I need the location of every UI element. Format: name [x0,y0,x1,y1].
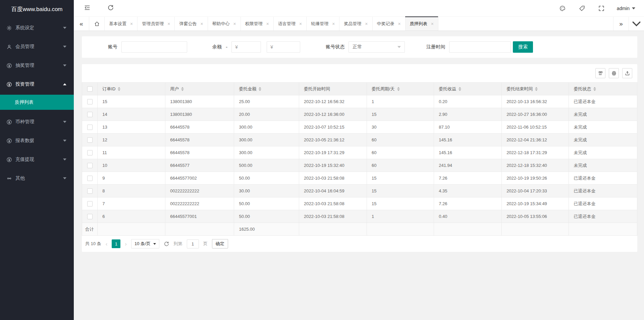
row-checkbox[interactable] [87,201,93,207]
column-header[interactable]: 订单ID [98,83,165,95]
sort-icon[interactable] [397,87,400,91]
close-icon[interactable]: × [332,21,335,27]
home-tab-button[interactable] [89,17,105,31]
table-cell: 12 [98,134,165,146]
next-page-button[interactable]: › [125,241,127,247]
sidebar-item-invest-management[interactable]: 投资管理 [0,75,74,94]
sort-icon[interactable] [181,87,184,91]
print-button[interactable] [609,68,619,78]
tab-popup-notice[interactable]: 弹窗公告× [175,17,208,31]
row-checkbox[interactable] [87,99,93,104]
close-icon[interactable]: × [365,21,368,27]
summary-total-cell: 1625.00 [234,223,299,236]
select-all-checkbox[interactable] [87,86,93,92]
table-cell: 66445578 [165,121,234,134]
sidebar-item-lottery-management[interactable]: 抽奖管理 [0,56,74,75]
row-checkbox[interactable] [87,112,93,117]
close-icon[interactable]: × [266,21,269,27]
tab-basic-settings[interactable]: 基本设置× [105,17,138,31]
chevron-down-icon [63,46,66,48]
summary-empty-cell [569,223,637,236]
row-checkbox[interactable] [87,163,93,168]
sort-icon[interactable] [593,87,596,91]
tab-permission[interactable]: 权限管理× [241,17,274,31]
table-cell: 2022-12-04 21:36:12 [502,134,569,146]
close-icon[interactable]: × [233,21,236,27]
column-header[interactable]: 委托收益 [434,83,502,95]
row-checkbox[interactable] [87,176,93,181]
column-header[interactable]: 委托状态 [569,83,637,95]
column-header[interactable]: 委托周期/天 [367,83,434,95]
close-icon[interactable]: × [299,21,302,27]
page-size-select[interactable]: 10 条/页 [131,239,159,248]
sort-icon[interactable] [535,87,538,91]
row-checkbox[interactable] [87,137,93,143]
collapse-menu-icon[interactable] [84,4,91,11]
page-number-button[interactable]: 1 [112,239,120,248]
account-status-select[interactable]: 正常 [348,41,405,53]
topbar-left [84,4,129,12]
scroll-tabs-right-button[interactable]: » [613,17,629,31]
goto-confirm-button[interactable]: 确定 [212,239,228,248]
scroll-tabs-left-button[interactable]: « [74,17,89,31]
tab-carousel[interactable]: 轮播管理× [307,17,339,31]
tab-pledge-list[interactable]: 质押列表× [406,17,438,31]
column-header[interactable]: 委托结束时间 [502,83,569,95]
sidebar-item-other[interactable]: 其他 [0,169,74,188]
sidebar-item-currency-management[interactable]: 币种管理 [0,112,74,131]
sort-asc-icon [259,87,261,89]
theme-palette-icon[interactable] [559,5,566,12]
user-icon [6,44,12,50]
row-checkbox[interactable] [87,188,93,194]
tab-options-button[interactable] [629,17,644,31]
row-checkbox[interactable] [87,125,93,130]
close-icon[interactable]: × [130,21,133,27]
tab-label: 轮播管理 [311,21,328,27]
refresh-icon[interactable] [107,4,114,11]
close-icon[interactable]: × [200,21,203,27]
balance-max-input[interactable] [267,41,300,53]
page-size-value: 10 条/页 [135,241,151,247]
sort-icon[interactable] [459,87,461,91]
tab-help-center[interactable]: 帮助中心× [208,17,241,31]
tab-admin-management[interactable]: 管理员管理× [138,17,175,31]
close-icon[interactable]: × [167,21,170,27]
table-row: 1266445578300.002022-10-05 21:36:1260145… [82,134,637,146]
table-cell: 15 [367,108,434,121]
search-button[interactable]: 搜索 [513,41,533,53]
user-menu[interactable]: admin [617,6,635,11]
sidebar: 百度www.baidu.com 系统设定会员管理抽奖管理投资管理质押列表币种管理… [0,0,74,320]
fullscreen-icon[interactable] [598,5,605,12]
tab-language[interactable]: 语言管理× [274,17,307,31]
sidebar-item-recharge-withdraw[interactable]: 充值提现 [0,150,74,169]
prev-page-button[interactable]: ‹ [106,241,108,247]
sidebar-item-member-management[interactable]: 会员管理 [0,37,74,56]
table-cell: 50.00 [234,172,299,185]
table-cell: 未完成 [569,159,637,172]
column-header[interactable]: 用户 [165,83,234,95]
tab-winning-records[interactable]: 中奖记录× [373,17,406,31]
sidebar-item-report-data[interactable]: 报表数据 [0,131,74,150]
column-header[interactable]: 委托金额 [234,83,299,95]
close-icon[interactable]: × [431,21,434,27]
tab-label: 弹窗公告 [179,21,197,27]
tag-icon[interactable] [579,5,585,12]
row-checkbox[interactable] [87,150,93,155]
balance-min-input[interactable] [231,41,261,53]
row-checkbox[interactable] [87,214,93,219]
table-header-row: 订单ID用户委托金额委托开始时间委托周期/天委托收益委托结束时间委托状态 [82,83,637,95]
sidebar-subitem-pledge-list[interactable]: 质押列表 [0,95,74,110]
register-time-input[interactable] [449,41,511,53]
sidebar-item-system-settings[interactable]: 系统设定 [0,18,74,37]
table-cell: 60 [367,159,434,172]
account-input[interactable] [121,41,187,53]
reload-table-icon[interactable] [164,241,169,247]
goto-page-input[interactable] [187,239,199,248]
close-icon[interactable]: × [398,21,401,27]
sort-icon[interactable] [259,87,261,91]
gear-icon [6,25,12,31]
tab-prize-management[interactable]: 奖品管理× [339,17,372,31]
export-button[interactable] [622,68,632,78]
sort-icon[interactable] [118,87,120,91]
toggle-columns-button[interactable] [595,68,605,78]
